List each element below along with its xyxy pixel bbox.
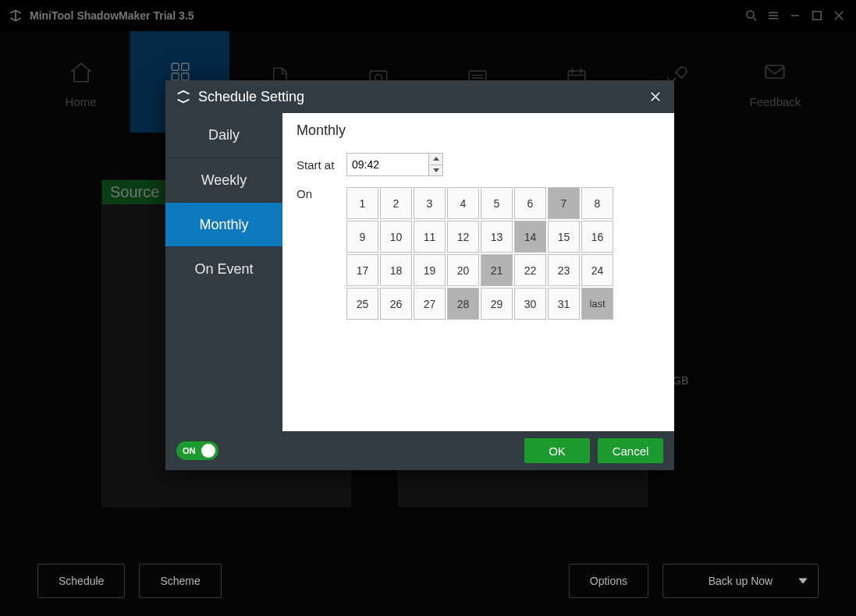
day-22[interactable]: 22 (514, 254, 546, 286)
day-30[interactable]: 30 (514, 288, 546, 320)
cancel-button[interactable]: Cancel (598, 438, 663, 463)
day-20[interactable]: 20 (447, 254, 479, 286)
day-2[interactable]: 2 (380, 187, 412, 219)
day-14[interactable]: 14 (514, 221, 546, 253)
day-9[interactable]: 9 (346, 221, 378, 253)
backup-now-button[interactable]: Back up Now (662, 564, 819, 598)
day-27[interactable]: 27 (414, 288, 446, 320)
tab-weekly[interactable]: Weekly (165, 158, 282, 202)
app-logo-icon (175, 88, 192, 105)
time-up-button[interactable] (429, 154, 442, 165)
day-21[interactable]: 21 (481, 254, 513, 286)
ok-button[interactable]: OK (524, 438, 590, 463)
dialog-main: Monthly Start at On 12345678910111213141… (282, 113, 674, 431)
dialog-footer: ON OK Cancel (165, 431, 674, 470)
day-3[interactable]: 3 (414, 187, 446, 219)
days-grid: 1234567891011121314151617181920212223242… (346, 187, 613, 320)
day-16[interactable]: 16 (581, 221, 613, 253)
day-6[interactable]: 6 (514, 187, 546, 219)
day-5[interactable]: 5 (481, 187, 513, 219)
day-11[interactable]: 11 (414, 221, 446, 253)
schedule-button[interactable]: Schedule (37, 564, 125, 598)
time-down-button[interactable] (429, 165, 442, 176)
tab-on-event[interactable]: On Event (165, 246, 282, 291)
day-10[interactable]: 10 (380, 221, 412, 253)
day-28[interactable]: 28 (447, 288, 479, 320)
day-13[interactable]: 13 (481, 221, 513, 253)
day-1[interactable]: 1 (346, 187, 378, 219)
bottom-bar: Schedule Scheme Options Back up Now (0, 546, 856, 616)
day-26[interactable]: 26 (380, 288, 412, 320)
day-4[interactable]: 4 (447, 187, 479, 219)
day-15[interactable]: 15 (548, 221, 580, 253)
day-23[interactable]: 23 (548, 254, 580, 286)
enable-toggle[interactable]: ON (176, 441, 218, 460)
start-time-input[interactable] (347, 154, 428, 175)
day-8[interactable]: 8 (581, 187, 613, 219)
day-25[interactable]: 25 (346, 288, 378, 320)
tab-monthly[interactable]: Monthly (165, 202, 282, 246)
day-18[interactable]: 18 (380, 254, 412, 286)
toggle-knob (201, 444, 215, 458)
day-29[interactable]: 29 (481, 288, 513, 320)
options-button[interactable]: Options (569, 564, 648, 598)
start-at-label: Start at (297, 158, 336, 172)
dialog-side-tabs: Daily Weekly Monthly On Event (165, 113, 282, 431)
day-24[interactable]: 24 (581, 254, 613, 286)
on-label: On (297, 187, 336, 200)
day-12[interactable]: 12 (447, 221, 479, 253)
day-19[interactable]: 19 (414, 254, 446, 286)
start-time-spinner[interactable] (346, 153, 443, 176)
schedule-setting-dialog: Schedule Setting Daily Weekly Monthly On… (165, 80, 674, 470)
backup-now-label: Back up Now (709, 575, 773, 587)
chevron-down-icon (799, 575, 807, 587)
day-last[interactable]: last (581, 288, 613, 320)
dialog-heading: Monthly (297, 122, 660, 139)
dialog-header: Schedule Setting (165, 80, 674, 113)
scheme-button[interactable]: Scheme (139, 564, 221, 598)
day-7[interactable]: 7 (548, 187, 580, 219)
day-17[interactable]: 17 (346, 254, 378, 286)
toggle-on-text: ON (183, 446, 196, 455)
dialog-title: Schedule Setting (198, 89, 304, 105)
day-31[interactable]: 31 (548, 288, 580, 320)
tab-daily[interactable]: Daily (165, 113, 282, 158)
close-icon[interactable] (646, 87, 665, 106)
